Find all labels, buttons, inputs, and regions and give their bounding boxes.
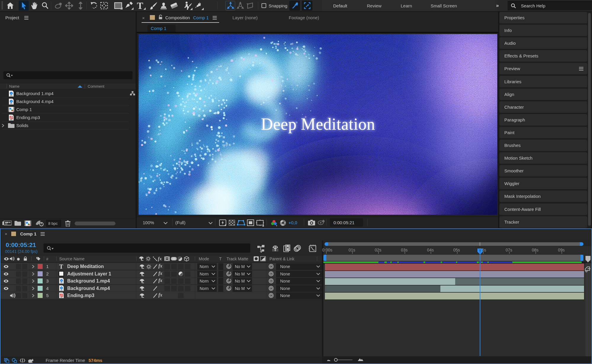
svg-text:Deep Meditation: Deep Meditation	[261, 115, 375, 133]
